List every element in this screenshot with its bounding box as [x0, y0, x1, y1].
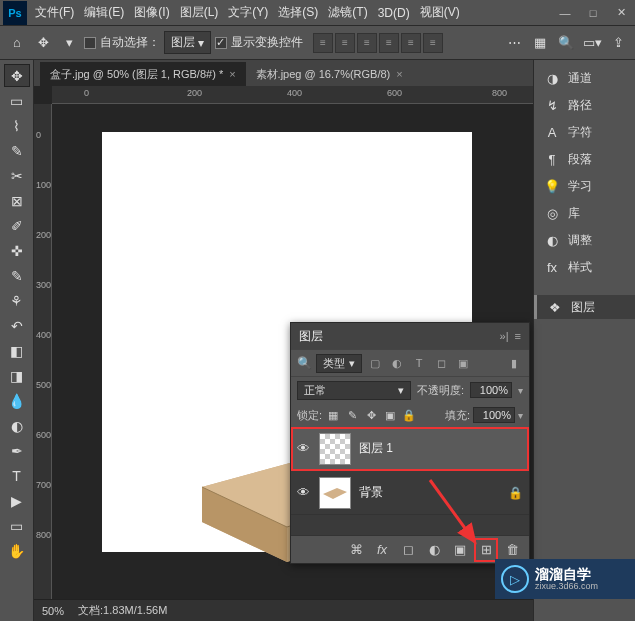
blur-tool[interactable]: 💧	[4, 389, 30, 412]
history-brush-tool[interactable]: ↶	[4, 314, 30, 337]
share-icon[interactable]: ⇪	[607, 32, 629, 54]
lock-icon[interactable]: 🔒	[508, 486, 523, 500]
menu-filter[interactable]: 滤镜(T)	[323, 4, 372, 21]
lock-brush-icon[interactable]: ✎	[344, 407, 360, 423]
minimize-button[interactable]: —	[551, 3, 579, 23]
panel-learn[interactable]: 💡学习	[534, 174, 635, 198]
layer-mask-icon[interactable]: ◻	[399, 541, 417, 559]
type-tool[interactable]: T	[4, 464, 30, 487]
filter-pixel-icon[interactable]: ▢	[366, 354, 384, 372]
filter-shape-icon[interactable]: ◻	[432, 354, 450, 372]
home-icon[interactable]: ⌂	[6, 32, 28, 54]
tools-panel: ✥ ▭ ⌇ ✎ ✂ ⊠ ✐ ✜ ✎ ⚘ ↶ ◧ ◨ 💧 ◐ ✒ T ▶ ▭ ✋	[0, 60, 34, 621]
filter-adjustment-icon[interactable]: ◐	[388, 354, 406, 372]
fill-field[interactable]: 100%	[473, 407, 515, 423]
panel-styles[interactable]: fx样式	[534, 255, 635, 279]
align-left-icon[interactable]: ≡	[313, 33, 333, 53]
search-icon[interactable]: 🔍	[555, 32, 577, 54]
layer-thumbnail[interactable]	[319, 477, 351, 509]
menu-layer[interactable]: 图层(L)	[175, 4, 224, 21]
show-transform-checkbox[interactable]	[215, 37, 227, 49]
crop-tool[interactable]: ✂	[4, 164, 30, 187]
lock-all-icon[interactable]: 🔒	[401, 407, 417, 423]
close-icon[interactable]: ×	[396, 68, 402, 80]
collapse-icon[interactable]: »|	[500, 330, 509, 342]
chevron-down-icon[interactable]: ▾	[518, 410, 523, 421]
panel-paths[interactable]: ↯路径	[534, 93, 635, 117]
menu-image[interactable]: 图像(I)	[129, 4, 174, 21]
auto-select-dropdown[interactable]: 图层▾	[164, 31, 211, 54]
filter-toggle-icon[interactable]: ▮	[505, 354, 523, 372]
document-tab-1[interactable]: 盒子.jpg @ 50% (图层 1, RGB/8#) *×	[40, 62, 246, 86]
hand-tool[interactable]: ✋	[4, 539, 30, 562]
filter-kind-dropdown[interactable]: 类型▾	[316, 354, 362, 373]
pen-tool[interactable]: ✒	[4, 439, 30, 462]
marquee-tool[interactable]: ▭	[4, 89, 30, 112]
delete-layer-icon[interactable]: 🗑	[503, 541, 521, 559]
quick-select-tool[interactable]: ✎	[4, 139, 30, 162]
eyedropper-tool[interactable]: ✐	[4, 214, 30, 237]
visibility-icon[interactable]: 👁	[297, 441, 311, 456]
lasso-tool[interactable]: ⌇	[4, 114, 30, 137]
layer-row-background[interactable]: 👁 背景 🔒	[291, 471, 529, 515]
filter-type-icon[interactable]: T	[410, 354, 428, 372]
blend-mode-dropdown[interactable]: 正常▾	[297, 381, 411, 400]
gradient-tool[interactable]: ◨	[4, 364, 30, 387]
zoom-level[interactable]: 50%	[42, 605, 64, 617]
lock-position-icon[interactable]: ✥	[363, 407, 379, 423]
search-icon[interactable]: 🔍	[297, 356, 312, 370]
opacity-field[interactable]: 100%	[470, 382, 512, 398]
move-tool[interactable]: ✥	[4, 64, 30, 87]
align-middle-icon[interactable]: ≡	[401, 33, 421, 53]
panel-paragraph[interactable]: ¶段落	[534, 147, 635, 171]
more-icon[interactable]: ⋯	[503, 32, 525, 54]
close-icon[interactable]: ×	[229, 68, 235, 80]
group-icon[interactable]: ▣	[451, 541, 469, 559]
lock-artboard-icon[interactable]: ▣	[382, 407, 398, 423]
document-tab-2[interactable]: 素材.jpeg @ 16.7%(RGB/8)×	[246, 62, 413, 86]
panel-libraries[interactable]: ◎库	[534, 201, 635, 225]
menu-edit[interactable]: 编辑(E)	[79, 4, 129, 21]
align-center-h-icon[interactable]: ≡	[335, 33, 355, 53]
visibility-icon[interactable]: 👁	[297, 485, 311, 500]
align-top-icon[interactable]: ≡	[379, 33, 399, 53]
clone-stamp-tool[interactable]: ⚘	[4, 289, 30, 312]
menu-view[interactable]: 视图(V)	[415, 4, 465, 21]
healing-brush-tool[interactable]: ✜	[4, 239, 30, 262]
filter-smartobj-icon[interactable]: ▣	[454, 354, 472, 372]
menu-file[interactable]: 文件(F)	[30, 4, 79, 21]
close-button[interactable]: ✕	[607, 3, 635, 23]
layer-thumbnail[interactable]	[319, 433, 351, 465]
new-layer-icon[interactable]: ⊞	[477, 541, 495, 559]
lock-pixels-icon[interactable]: ▦	[325, 407, 341, 423]
3d-mode-icon[interactable]: ▦	[529, 32, 551, 54]
layer-row-layer1[interactable]: 👁 图层 1	[291, 427, 529, 471]
layer-style-icon[interactable]: fx	[373, 541, 391, 559]
auto-select-checkbox[interactable]	[84, 37, 96, 49]
layer-name[interactable]: 图层 1	[359, 440, 393, 457]
panel-channels[interactable]: ◑通道	[534, 66, 635, 90]
menu-3d[interactable]: 3D(D)	[373, 6, 415, 20]
rectangle-tool[interactable]: ▭	[4, 514, 30, 537]
maximize-button[interactable]: □	[579, 3, 607, 23]
frame-tool[interactable]: ⊠	[4, 189, 30, 212]
align-right-icon[interactable]: ≡	[357, 33, 377, 53]
panel-adjustments[interactable]: ◐调整	[534, 228, 635, 252]
chevron-down-icon[interactable]: ▾	[58, 32, 80, 54]
panel-menu-icon[interactable]: ≡	[515, 330, 521, 342]
workspace-switcher-icon[interactable]: ▭▾	[581, 32, 603, 54]
dodge-tool[interactable]: ◐	[4, 414, 30, 437]
align-bottom-icon[interactable]: ≡	[423, 33, 443, 53]
chevron-down-icon[interactable]: ▾	[518, 385, 523, 396]
menu-type[interactable]: 文字(Y)	[223, 4, 273, 21]
eraser-tool[interactable]: ◧	[4, 339, 30, 362]
panel-character[interactable]: A字符	[534, 120, 635, 144]
panel-layers-tab[interactable]: ❖图层	[534, 295, 635, 319]
menu-select[interactable]: 选择(S)	[273, 4, 323, 21]
adjustment-layer-icon[interactable]: ◐	[425, 541, 443, 559]
path-select-tool[interactable]: ▶	[4, 489, 30, 512]
layer-name[interactable]: 背景	[359, 484, 383, 501]
brush-tool[interactable]: ✎	[4, 264, 30, 287]
link-layers-icon[interactable]: ⌘	[347, 541, 365, 559]
layers-panel-header[interactable]: 图层 »| ≡	[291, 323, 529, 349]
